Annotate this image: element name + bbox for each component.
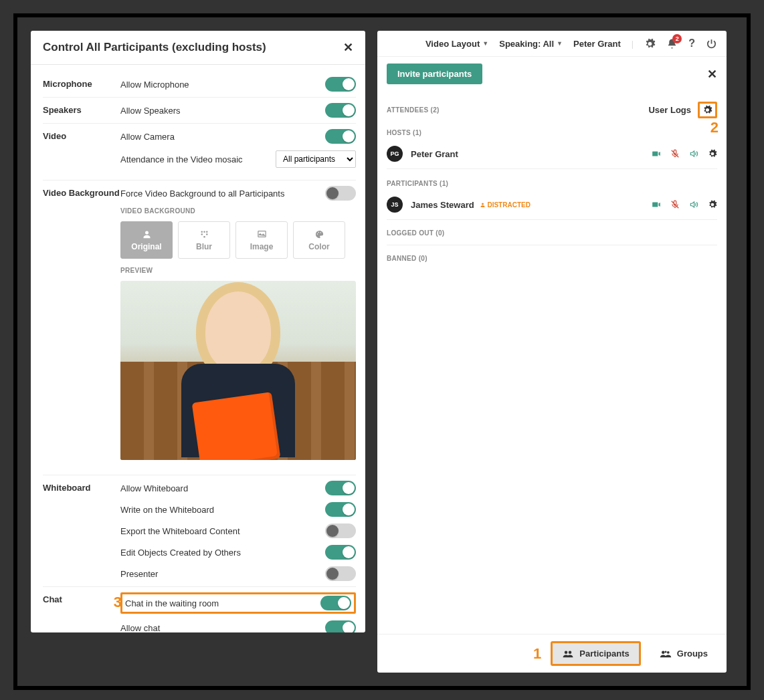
microphone-label: Microphone [43, 77, 120, 89]
speaker-icon[interactable] [689, 149, 698, 158]
allow-speakers-label: Allow Speakers [120, 106, 181, 116]
svg-point-6 [203, 236, 205, 238]
svg-rect-7 [258, 231, 265, 237]
help-icon[interactable]: ? [688, 37, 695, 49]
whiteboard-label: Whiteboard [43, 481, 120, 493]
allow-camera-toggle[interactable] [325, 129, 356, 144]
camera-icon[interactable] [652, 200, 661, 209]
attendees-settings-highlight [698, 102, 717, 118]
bell-icon[interactable]: 2 [666, 38, 678, 49]
video-layout-dropdown[interactable]: Video Layout▼ [425, 39, 488, 49]
chat-waiting-highlight: Chat in the waiting room [120, 592, 356, 614]
power-icon[interactable] [706, 38, 717, 49]
top-bar: Video Layout▼ Speaking: All▼ Peter Grant… [377, 31, 727, 57]
gear-icon[interactable] [708, 149, 717, 158]
bg-option-color[interactable]: Color [293, 221, 345, 259]
gear-icon[interactable] [702, 105, 712, 115]
caret-down-icon: ▼ [482, 40, 488, 47]
marker-1: 1 [533, 645, 541, 663]
svg-point-16 [664, 651, 666, 653]
allow-microphone-toggle[interactable] [325, 77, 356, 92]
svg-point-0 [145, 231, 149, 234]
marker-3: 3 [114, 594, 122, 611]
groups-tab[interactable]: Groups [650, 643, 717, 664]
person-icon [142, 229, 152, 239]
video-bg-subhead: VIDEO BACKGROUND [120, 207, 356, 215]
participants-tab[interactable]: Participants [551, 641, 640, 666]
current-user: Peter Grant [573, 39, 621, 49]
chat-label: Chat [43, 592, 120, 604]
logged-out-label: LOGGED OUT (0) [387, 220, 717, 245]
caret-down-icon: ▼ [557, 40, 563, 47]
edit-whiteboard-toggle[interactable] [325, 545, 356, 560]
mic-muted-icon[interactable] [670, 200, 680, 209]
bg-option-original[interactable]: Original [120, 221, 173, 259]
svg-point-1 [201, 231, 203, 233]
bg-option-image[interactable]: Image [235, 221, 288, 259]
allow-speakers-toggle[interactable] [325, 103, 356, 118]
blur-icon [199, 229, 209, 239]
allow-chat-toggle[interactable] [325, 620, 356, 632]
export-whiteboard-toggle[interactable] [325, 523, 356, 538]
speaking-dropdown[interactable]: Speaking: All▼ [499, 39, 563, 49]
svg-point-9 [318, 231, 319, 233]
participant-name: James Steward [411, 200, 474, 210]
notification-badge: 2 [672, 34, 682, 43]
svg-point-12 [565, 651, 568, 654]
attendees-label: ATTENDEES (2) [387, 106, 440, 114]
svg-point-4 [201, 233, 203, 235]
image-icon [257, 229, 267, 239]
close-icon[interactable]: ✕ [707, 67, 717, 82]
status-badge: DISTRACTED [480, 201, 531, 209]
gear-icon[interactable] [644, 38, 656, 49]
svg-point-13 [569, 651, 572, 654]
allow-microphone-label: Allow Microphone [120, 80, 189, 90]
attendance-label: Attendance in the Video mosaic [120, 154, 243, 164]
host-name: Peter Grant [411, 149, 458, 159]
svg-point-5 [206, 233, 208, 235]
svg-point-14 [662, 651, 665, 654]
avatar: JS [387, 197, 403, 213]
palette-icon [314, 229, 324, 239]
invite-participants-button[interactable]: Invite participants [387, 64, 482, 84]
presenter-label: Presenter [120, 569, 158, 579]
gear-icon[interactable] [708, 200, 717, 209]
edit-whiteboard-label: Edit Objects Created by Others [120, 548, 241, 558]
svg-point-8 [316, 233, 318, 235]
camera-icon[interactable] [652, 149, 661, 158]
attendance-select[interactable]: All participants [276, 150, 356, 168]
chat-waiting-toggle[interactable] [320, 596, 351, 610]
video-background-label: Video Background [43, 186, 120, 198]
host-row: PG Peter Grant [387, 139, 717, 169]
panel-title: Control All Participants (excluding host… [43, 41, 266, 54]
svg-point-2 [203, 231, 205, 233]
speaker-icon[interactable] [689, 200, 698, 209]
close-icon[interactable]: ✕ [343, 40, 353, 55]
presenter-toggle[interactable] [325, 566, 356, 581]
export-whiteboard-label: Export the Whiteboard Content [120, 526, 240, 536]
write-whiteboard-toggle[interactable] [325, 502, 356, 517]
force-video-bg-toggle[interactable] [325, 186, 356, 201]
avatar: PG [387, 146, 403, 162]
chat-waiting-label: Chat in the waiting room [125, 598, 219, 608]
svg-point-11 [482, 203, 484, 205]
allow-camera-label: Allow Camera [120, 132, 175, 142]
group-icon [562, 649, 574, 659]
group-icon [660, 649, 672, 659]
preview-label: PREVIEW [120, 267, 356, 274]
allow-chat-label: Allow chat [120, 623, 160, 633]
participants-panel: Video Layout▼ Speaking: All▼ Peter Grant… [377, 31, 727, 673]
allow-whiteboard-toggle[interactable] [325, 481, 356, 495]
user-logs-link[interactable]: User Logs [648, 105, 691, 115]
control-participants-panel: Control All Participants (excluding host… [31, 31, 365, 632]
participant-row: JS James Steward DISTRACTED [387, 190, 717, 220]
mic-muted-icon[interactable] [670, 149, 680, 158]
bg-option-blur[interactable]: Blur [178, 221, 230, 259]
svg-point-15 [667, 651, 670, 653]
svg-point-3 [206, 231, 208, 233]
banned-label: BANNED (0) [387, 245, 717, 270]
bottom-bar: 1 Participants Groups [377, 634, 727, 673]
speakers-label: Speakers [43, 103, 120, 115]
marker-2: 2 [710, 119, 719, 136]
hosts-label: HOSTS (1) [387, 129, 717, 136]
